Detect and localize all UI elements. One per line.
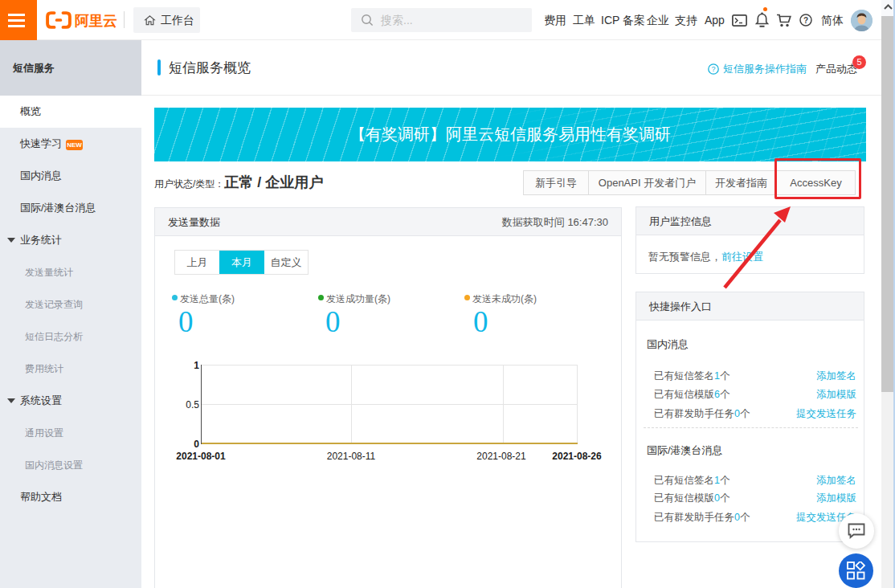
svg-text:?: ? bbox=[803, 16, 808, 25]
svg-text:?: ? bbox=[711, 65, 715, 73]
